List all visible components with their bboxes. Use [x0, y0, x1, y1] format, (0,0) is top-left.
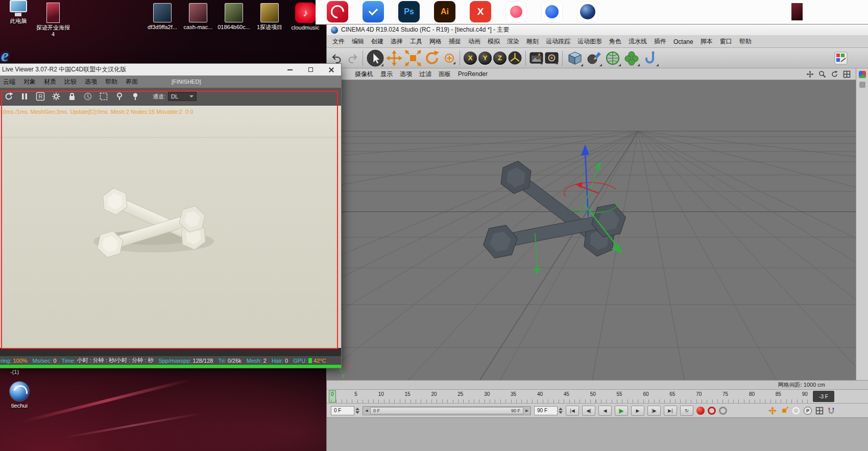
desktop-icon-tiechui[interactable]: tiechui — [5, 382, 34, 409]
c4d-menu-item[interactable]: 渲染 — [503, 36, 523, 47]
prev-frame-button[interactable]: ◀ — [598, 406, 612, 416]
minimize-button[interactable] — [280, 64, 300, 76]
record-scale-icon[interactable] — [780, 407, 788, 415]
play-button[interactable]: ▶ — [615, 406, 628, 416]
c4d-menu-item[interactable]: 工具 — [406, 36, 426, 47]
end-frame-value[interactable]: 90 F — [534, 406, 558, 415]
illustrator-icon[interactable]: Ai — [434, 1, 455, 22]
pan-view-icon[interactable] — [806, 70, 814, 78]
record-parameter-icon[interactable]: P — [804, 407, 812, 415]
cinema4d-app-icon[interactable] — [577, 1, 598, 22]
reset-render-icon[interactable]: R — [35, 91, 46, 102]
move-tool-icon[interactable] — [385, 49, 403, 67]
c4d-menu-item[interactable]: 网格 — [426, 36, 445, 47]
c4d-menu-item[interactable]: 角色 — [606, 36, 625, 47]
end-frame-spinner[interactable]: 90 F — [534, 406, 563, 415]
scale-tool-icon[interactable] — [404, 49, 422, 67]
adobe-cc-icon[interactable] — [327, 1, 348, 22]
current-frame-value[interactable]: 0 F — [331, 406, 354, 415]
pause-render-icon[interactable] — [19, 91, 30, 102]
live-viewer-title-bar[interactable]: Live Viewer 3.07-R2 中国C4D联盟中文汉化版 — [0, 64, 341, 76]
shield-icon[interactable] — [363, 1, 384, 22]
internet-explorer-icon[interactable]: e — [1, 46, 9, 65]
lock-x-axis-button[interactable]: X — [464, 52, 477, 65]
undo-icon[interactable] — [330, 51, 344, 65]
c4d-menu-item[interactable]: 窗口 — [716, 36, 736, 47]
c4d-menu-item[interactable]: 模拟 — [484, 36, 503, 47]
prev-key-button[interactable]: ◀| — [582, 406, 595, 416]
viewport-menu-item[interactable]: 面板 — [435, 68, 454, 80]
spin-down-icon[interactable] — [355, 411, 359, 414]
timeline-range-slider[interactable]: ◀ 0 F 90 F ▶ — [363, 406, 531, 415]
render-view-icon[interactable] — [529, 51, 543, 65]
lv-menu-item[interactable]: 选项 — [81, 76, 101, 88]
desktop-icon-project-folder[interactable]: 1探迹项目 — [251, 3, 288, 31]
desktop-icon-image-cash[interactable]: cash-mac... — [180, 3, 216, 31]
snap-magnet-icon[interactable] — [827, 407, 835, 415]
spin-up-icon[interactable] — [559, 408, 563, 410]
c4d-title-bar[interactable]: CINEMA 4D R19.024 Studio (RC - R19) - [t… — [327, 24, 868, 36]
viewport-menu-item[interactable]: 选项 — [396, 68, 416, 80]
add-cube-primitive-icon[interactable] — [566, 49, 584, 67]
region-render-icon[interactable] — [98, 91, 109, 102]
range-handle[interactable]: 0 F 90 F — [370, 407, 523, 414]
photoshop-icon[interactable]: Ps — [398, 1, 420, 22]
record-rotation-icon[interactable] — [792, 407, 800, 415]
goto-start-button[interactable]: |◀ — [566, 406, 579, 416]
panel-handle-icon[interactable] — [859, 82, 865, 88]
chat-app-icon[interactable] — [505, 1, 527, 22]
timeline-ruler[interactable]: 0 5 10 15 20 25 30 35 40 45 50 55 60 65 … — [327, 389, 868, 403]
layers-icon[interactable] — [859, 71, 866, 78]
viewport-menu-item[interactable]: ProRender — [454, 68, 491, 80]
subdivision-surface-icon[interactable] — [604, 49, 621, 67]
viewport-3d[interactable]: z x y — [327, 80, 856, 380]
record-pla-icon[interactable] — [815, 407, 824, 415]
c4d-menu-item[interactable]: 选择 — [387, 36, 406, 47]
c4d-menu-item[interactable]: 编辑 — [348, 36, 368, 47]
texture-paint-icon[interactable] — [834, 51, 848, 65]
current-frame-spinner[interactable]: 0 F — [331, 406, 359, 415]
next-key-button[interactable]: |▶ — [647, 406, 661, 416]
c4d-menu-item[interactable]: 创建 — [368, 36, 387, 47]
tag-hook-icon[interactable] — [642, 49, 659, 67]
lv-menu-item[interactable]: 帮助 — [101, 76, 122, 88]
desktop-icon-image-018[interactable]: 01864b60c... — [215, 3, 252, 31]
c4d-menu-item[interactable]: Octane — [670, 36, 697, 47]
lv-menu-item[interactable]: 比较 — [60, 76, 81, 88]
c4d-menu-item[interactable]: 插件 — [650, 36, 670, 47]
lv-menu-item[interactable]: 界面 — [122, 76, 142, 88]
lv-menu-item[interactable]: 对象 — [19, 76, 40, 88]
mograph-effector-icon[interactable] — [623, 49, 640, 67]
zoom-view-icon[interactable] — [818, 70, 826, 78]
viewport-menu-item[interactable]: 过滤 — [416, 68, 435, 80]
viewport-menu-item[interactable]: 显示 — [377, 68, 396, 80]
octane-render-image[interactable] — [0, 106, 341, 348]
lock-z-axis-button[interactable]: Z — [493, 52, 507, 65]
restart-render-icon[interactable] — [3, 91, 14, 102]
lock-y-axis-button[interactable]: Y — [478, 52, 492, 65]
last-tool-icon[interactable] — [442, 51, 456, 65]
channel-dropdown[interactable]: DL — [168, 92, 197, 101]
keyframe-selection-icon[interactable] — [719, 407, 727, 415]
c4d-menu-item[interactable]: 流水线 — [625, 36, 650, 47]
render-settings-icon[interactable] — [545, 51, 559, 65]
c4d-menu-item[interactable]: 文件 — [329, 36, 348, 47]
range-right-arrow-icon[interactable]: ▶ — [523, 407, 531, 415]
x-app-icon[interactable]: X — [470, 1, 491, 22]
maximize-button[interactable] — [300, 64, 321, 76]
pick-material-icon[interactable] — [130, 91, 141, 102]
goto-end-button[interactable]: ▶| — [664, 406, 677, 416]
spline-pen-icon[interactable] — [585, 49, 602, 67]
viewport-menu-item[interactable]: 摄像机 — [351, 68, 377, 80]
c4d-menu-item[interactable]: 捕捉 — [445, 36, 465, 47]
lv-menu-item[interactable]: 材质 — [40, 76, 60, 88]
c4d-menu-item[interactable]: 雕刻 — [523, 36, 542, 47]
c4d-menu-item[interactable]: 运动图形 — [574, 36, 606, 47]
record-position-icon[interactable] — [768, 407, 777, 415]
current-frame-marker[interactable] — [329, 390, 336, 403]
folder-name-label[interactable]: -(1) — [10, 369, 19, 375]
desktop-icon-poster[interactable]: 探迹开业海报 4 — [36, 3, 70, 38]
play-mode-button[interactable]: ↻ — [680, 406, 693, 416]
priority-icon[interactable] — [82, 91, 93, 102]
desktop-icon-cloudmusic[interactable]: ♪ cloudmusic — [287, 3, 324, 31]
